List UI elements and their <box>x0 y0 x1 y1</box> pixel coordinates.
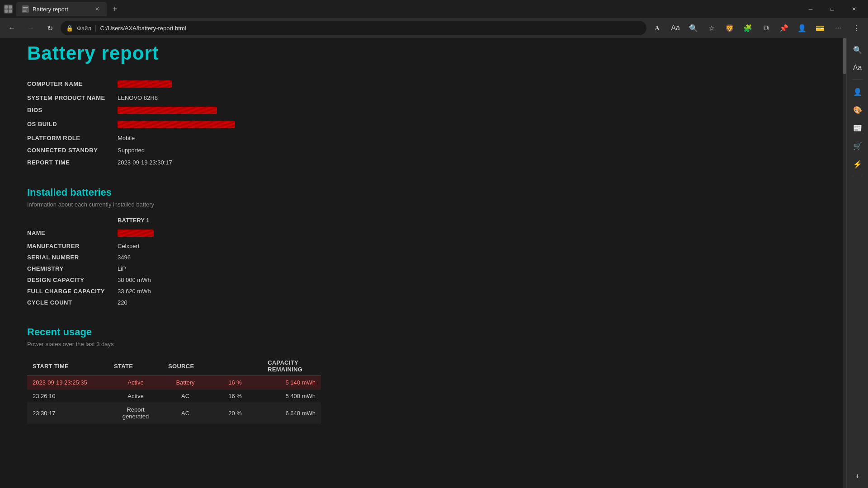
sidebar-news-icon[interactable]: 📰 <box>849 120 866 136</box>
col-state: STATE <box>108 357 163 376</box>
report-time-label: REPORT TIME <box>27 159 118 166</box>
browser-chrome: Battery report ✕ + ─ □ ✕ ← → ↻ 🔒 Файл | … <box>0 0 868 38</box>
row-capacity-pct: 16 % <box>208 376 262 389</box>
svg-rect-1 <box>5 5 8 9</box>
system-product-name-row: SYSTEM PRODUCT NAME LENOVO 82H8 <box>27 92 819 104</box>
bios-label: BIOS <box>27 107 118 115</box>
battery-cycle-count-row: CYCLE COUNT 220 <box>27 297 819 308</box>
row-start-time: 23:30:17 <box>27 403 108 423</box>
sidebar-toggle-button[interactable]: ⋮ <box>848 20 864 36</box>
row-state: Active <box>108 376 163 389</box>
battery-serial-row: SERIAL NUMBER 3496 <box>27 252 819 263</box>
bios-redacted <box>118 107 217 114</box>
address-protocol: Файл <box>77 25 91 32</box>
row-capacity-mwh: 5 140 mWh <box>262 376 321 389</box>
battery-manufacturer-value: Celxpert <box>118 243 139 249</box>
tab-title: Battery report <box>33 6 90 13</box>
favorites-button[interactable]: ☆ <box>703 20 720 36</box>
svg-rect-3 <box>5 9 8 13</box>
connected-standby-row: CONNECTED STANDBY Supported <box>27 144 819 156</box>
address-lock-icon: 🔒 <box>66 25 73 32</box>
back-button[interactable]: ← <box>4 20 20 36</box>
close-button[interactable]: ✕ <box>844 0 864 18</box>
page-title: Battery report <box>27 42 819 64</box>
connected-standby-value: Supported <box>118 147 145 154</box>
sidebar-power-icon[interactable]: ⚡ <box>849 156 866 172</box>
battery-chemistry-value: LiP <box>118 265 126 272</box>
translate-button[interactable]: Aa <box>667 20 684 36</box>
page-header: Battery report <box>27 38 819 73</box>
sidebar-read-icon[interactable]: Aa <box>849 60 866 76</box>
minimize-button[interactable]: ─ <box>800 0 821 18</box>
os-build-redacted <box>118 121 235 128</box>
sidebar-shopping-icon[interactable]: 🛒 <box>849 138 866 154</box>
recent-usage-subtitle: Power states over the last 3 days <box>27 341 819 347</box>
more-button[interactable]: ··· <box>830 20 846 36</box>
battery-chemistry-label: CHEMISTRY <box>27 265 118 272</box>
os-build-row: OS BUILD <box>27 118 819 132</box>
battery-1-header: BATTERY 1 <box>118 217 819 224</box>
os-build-value <box>118 121 235 129</box>
platform-role-row: PLATFORM ROLE Mobile <box>27 132 819 144</box>
maximize-button[interactable]: □ <box>822 0 843 18</box>
sidebar-add-icon[interactable]: + <box>849 468 866 484</box>
tab-bar: Battery report ✕ + ─ □ ✕ <box>0 0 868 18</box>
sidebar-search-icon[interactable]: 🔍 <box>849 42 866 58</box>
row-capacity-mwh: 5 400 mWh <box>262 389 321 403</box>
col-capacity-remaining: CAPACITY REMAINING <box>262 357 321 376</box>
usage-table-header-row: START TIME STATE SOURCE CAPACITY REMAINI… <box>27 357 321 376</box>
extensions-button[interactable]: 🧩 <box>740 20 756 36</box>
profile-button[interactable]: 👤 <box>794 20 810 36</box>
usage-table-row: 23:26:10 Active AC 16 % 5 400 mWh <box>27 389 321 403</box>
system-info-table: COMPUTER NAME SYSTEM PRODUCT NAME LENOVO… <box>27 78 819 169</box>
sidebar-divider-2 <box>852 176 863 176</box>
address-bar[interactable]: 🔒 Файл | C:/Users/AXA/battery-report.htm… <box>61 21 646 35</box>
svg-rect-9 <box>23 11 27 12</box>
system-product-name-label: SYSTEM PRODUCT NAME <box>27 94 118 101</box>
installed-batteries-subtitle: Information about each currently install… <box>27 201 819 208</box>
platform-role-value: Mobile <box>118 135 135 141</box>
split-screen-button[interactable]: ⧉ <box>758 20 774 36</box>
sidebar-profile-icon[interactable]: 👤 <box>849 84 866 100</box>
sidebar-divider-1 <box>852 80 863 80</box>
wallet-button[interactable]: 💳 <box>812 20 828 36</box>
read-aloud-button[interactable]: 𝐀 <box>649 20 665 36</box>
battery-serial-label: SERIAL NUMBER <box>27 254 118 261</box>
battery-cycle-count-label: CYCLE COUNT <box>27 299 118 306</box>
computer-name-row: COMPUTER NAME <box>27 78 819 92</box>
bios-row: BIOS <box>27 104 819 118</box>
battery-full-charge-label: FULL CHARGE CAPACITY <box>27 288 118 295</box>
brave-lion-button[interactable]: 🦁 <box>722 20 738 36</box>
battery-name-label: NAME <box>27 230 118 238</box>
scrollbar[interactable] <box>843 38 846 488</box>
scrollbar-thumb[interactable] <box>843 38 846 74</box>
tab-favicon <box>22 5 29 13</box>
collections-button[interactable]: 📌 <box>776 20 792 36</box>
os-build-label: OS BUILD <box>27 121 118 129</box>
battery-design-capacity-value: 38 000 mWh <box>118 277 151 283</box>
platform-role-label: PLATFORM ROLE <box>27 135 118 141</box>
installed-batteries-section: Installed batteries Information about ea… <box>27 187 819 308</box>
new-tab-button[interactable]: + <box>108 3 121 15</box>
col-source: SOURCE <box>163 357 208 376</box>
battery-name-redacted <box>118 230 154 237</box>
computer-name-redacted <box>118 80 172 88</box>
search-button[interactable]: 🔍 <box>685 20 702 36</box>
system-product-name-value: LENOVO 82H8 <box>118 94 158 101</box>
battery-full-charge-value: 33 620 mWh <box>118 288 151 295</box>
row-source: Battery <box>163 376 208 389</box>
right-sidebar: 🔍 Aa 👤 🎨 📰 🛒 ⚡ + <box>846 38 868 488</box>
sidebar-theme-icon[interactable]: 🎨 <box>849 102 866 118</box>
toolbar-icons: 𝐀 Aa 🔍 ☆ 🦁 🧩 ⧉ 📌 👤 💳 ··· ⋮ <box>649 20 864 36</box>
refresh-button[interactable]: ↻ <box>42 20 58 36</box>
battery-design-capacity-label: DESIGN CAPACITY <box>27 277 118 283</box>
row-state: Report generated <box>108 403 163 423</box>
svg-rect-2 <box>9 5 12 9</box>
tab-close-button[interactable]: ✕ <box>93 5 101 13</box>
forward-button[interactable]: → <box>23 20 39 36</box>
battery-name-row: NAME <box>27 227 819 240</box>
active-tab[interactable]: Battery report ✕ <box>16 2 107 16</box>
battery-cycle-count-value: 220 <box>118 299 127 306</box>
row-state: Active <box>108 389 163 403</box>
recent-usage-section: Recent usage Power states over the last … <box>27 326 819 423</box>
